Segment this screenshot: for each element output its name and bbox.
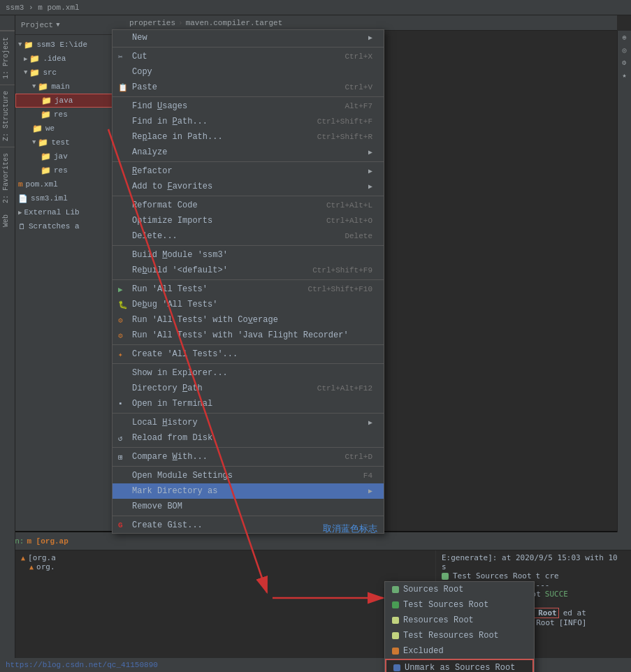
menu-label-new: New [132, 33, 147, 43]
menu-item-removeBOM[interactable]: Remove BOM [113, 499, 384, 514]
menu-item-reloadFromDisk[interactable]: ↺ Reload from Disk [113, 430, 384, 446]
submenu-item-testResourcesRoot[interactable]: Test Resources Root [385, 628, 534, 643]
sidebar-item-z-structure[interactable]: Z: Structure [0, 85, 15, 147]
expand-arrow: ▼ [18, 41, 22, 48]
menu-sep3 [113, 161, 384, 162]
pom-icon: m [18, 180, 23, 189]
test-res-root-icon [392, 632, 399, 639]
menu-item-new[interactable]: New ▶ [113, 30, 384, 45]
folder-icon: 📁 [41, 152, 51, 162]
cut-icon: ✂ [118, 52, 123, 61]
menu-label-delete: Delete... [132, 231, 177, 241]
right-icon-4[interactable]: ★ [622, 71, 626, 80]
tree-item-jav[interactable]: 📁 jav [15, 149, 124, 163]
menu-item-openModuleSettings[interactable]: Open Module Settings F4 [113, 468, 384, 483]
menu-item-reformatCode[interactable]: Reformat Code Ctrl+Alt+L [113, 198, 384, 213]
right-icon-3[interactable]: ⚙ [622, 59, 626, 67]
tree-item-src[interactable]: ▼ 📁 src [15, 66, 124, 80]
paste-icon: 📋 [118, 83, 128, 92]
jfr-icon: ⚙ [118, 331, 123, 340]
findinpath-shortcut: Ctrl+Shift+F [303, 117, 372, 126]
menu-item-runCoverage[interactable]: ⚙ Run 'All Tests' with Coverage [113, 312, 384, 328]
addfav-submenu-arrow: ▶ [368, 182, 372, 191]
menu-item-debugAllTests[interactable]: 🐛 Debug 'All Tests' [113, 297, 384, 312]
menu-item-analyze[interactable]: Analyze ▶ [113, 145, 384, 160]
panel-dropdown-icon[interactable]: ▼ [56, 22, 59, 29]
menu-item-showInExplorer[interactable]: Show in Explorer... [113, 365, 384, 381]
menu-item-refactor[interactable]: Refactor ▶ [113, 163, 384, 179]
menu-item-openInTerminal[interactable]: ▪ Open in Terminal [113, 396, 384, 411]
create-icon: ✦ [118, 350, 123, 359]
context-menu: New ▶ ✂ Cut Ctrl+X Copy 📋 Paste Ctrl+V F… [112, 29, 384, 534]
submenu-item-sourcesRoot[interactable]: Sources Root [385, 582, 534, 597]
sidebar-item-1-project[interactable]: 1: Project [0, 31, 15, 85]
tree-item-java[interactable]: 📁 java [15, 94, 124, 108]
submenu-item-excluded[interactable]: Excluded [385, 643, 534, 659]
menu-item-replaceInPath[interactable]: Replace in Path... Ctrl+Shift+R [113, 129, 384, 145]
menu-item-addFavorites[interactable]: Add to Favorites ▶ [113, 179, 384, 194]
tree-item-test[interactable]: ▼ 📁 test [15, 136, 124, 149]
tree-item-main[interactable]: ▼ 📁 main [15, 80, 124, 94]
run-panel-header: Run: m [org.ap [0, 532, 631, 550]
menu-item-optimizeImports[interactable]: Optimize Imports Ctrl+Alt+O [113, 213, 384, 228]
right-icon-2[interactable]: ◎ [622, 46, 626, 54]
tree-item-scratches[interactable]: 🗒 Scratches a [15, 219, 124, 233]
menu-sep9 [113, 413, 384, 414]
menu-item-findInPath[interactable]: Find in Path... Ctrl+Shift+F [113, 114, 384, 129]
expand-arrow: ▼ [32, 83, 36, 90]
tree-item-res2[interactable]: 📁 res [15, 163, 124, 177]
menu-sep11 [113, 466, 384, 467]
sidebar-item-web[interactable]: Web [0, 209, 15, 233]
delete-shortcut: Delete [331, 232, 372, 240]
run-tab[interactable]: m [org.ap [27, 537, 68, 546]
menu-item-localHistory[interactable]: Local History ▶ [113, 415, 384, 430]
sidebar-item-2-favorites[interactable]: 2: Favorites [0, 147, 15, 209]
tree-item-idea[interactable]: ▶ 📁 .idea [15, 52, 124, 66]
warning-icon2: ▲ [29, 563, 34, 571]
run-panel-content: ▶ ↺ ⚙ 📌 ▲ [org.a ▲ org. E:generate]: at … [0, 550, 631, 659]
replaceinpath-shortcut: Ctrl+Shift+R [303, 133, 372, 141]
menu-label-refactor: Refactor [132, 166, 173, 176]
debug-icon: 🐛 [118, 300, 128, 309]
run-icon: ▶ [118, 285, 123, 294]
tree-item-pom[interactable]: m pom.xml [15, 177, 124, 191]
menu-item-delete[interactable]: Delete... Delete [113, 228, 384, 244]
menu-item-runAllTests[interactable]: ▶ Run 'All Tests' Ctrl+Shift+F10 [113, 282, 384, 297]
menu-label-createAllTests: Create 'All Tests'... [132, 349, 238, 359]
menu-item-findUsages[interactable]: Find Usages Alt+F7 [113, 98, 384, 114]
menu-item-compareWith[interactable]: ⊞ Compare With... Ctrl+D [113, 449, 384, 465]
tree-item-we[interactable]: 📁 we [15, 122, 124, 136]
menu-item-buildModule[interactable]: Build Module 'ssm3' [113, 247, 384, 263]
panel-title: Project [21, 21, 53, 29]
dirpath-shortcut: Ctrl+Alt+F12 [303, 384, 372, 393]
menu-item-copy[interactable]: Copy [113, 64, 384, 80]
tree-item-res[interactable]: 📁 res [15, 108, 124, 122]
folder-icon: 📁 [29, 68, 40, 78]
tree-label: .idea [43, 54, 66, 63]
openmodule-shortcut: F4 [349, 472, 372, 480]
menu-label-replaceInPath: Replace in Path... [132, 132, 223, 142]
tree-item-ssm3[interactable]: ▼ 📁 ssm3 E:\ide [15, 38, 124, 52]
tree-item-extlib[interactable]: ▶ External Lib [15, 205, 124, 219]
menu-item-cut[interactable]: ✂ Cut Ctrl+X [113, 49, 384, 64]
sidebar-item-project[interactable] [0, 15, 15, 31]
menu-item-runJFR[interactable]: ⚙ Run 'All Tests' with 'Java Flight Reco… [113, 328, 384, 343]
menu-item-rebuild[interactable]: Rebuild '<default>' Ctrl+Shift+F9 [113, 263, 384, 278]
expand-arrow: ▶ [18, 209, 22, 217]
submenu-item-testSourcesRoot[interactable]: Test Sources Root [385, 597, 534, 613]
menu-label-findInPath: Find in Path... [132, 117, 208, 126]
menu-label-buildModule: Build Module 'ssm3' [132, 250, 228, 260]
right-icon-1[interactable]: ⊕ [622, 34, 626, 42]
menu-item-markDirectoryAs[interactable]: Mark Directory as ▶ [113, 483, 384, 499]
menu-sep4 [113, 196, 384, 196]
menu-item-directoryPath[interactable]: Directory Path Ctrl+Alt+F12 [113, 381, 384, 396]
menu-item-paste[interactable]: 📋 Paste Ctrl+V [113, 80, 384, 95]
tree-item-ssm3iml[interactable]: 📄 ssm3.iml [15, 191, 124, 205]
breadcrumb-target: maven.compiler.target [186, 19, 283, 27]
menu-item-createGist[interactable]: G Create Gist... [113, 518, 384, 533]
expand-arrow: ▼ [32, 139, 36, 146]
menu-item-createAllTests[interactable]: ✦ Create 'All Tests'... [113, 346, 384, 362]
submenu-item-resourcesRoot[interactable]: Resources Root [385, 613, 534, 628]
submenu-item-unmarkAsSourcesRoot[interactable]: Unmark as Sources Root [385, 659, 534, 672]
submenu-label-testSourcesRoot: Test Sources Root [403, 600, 488, 610]
